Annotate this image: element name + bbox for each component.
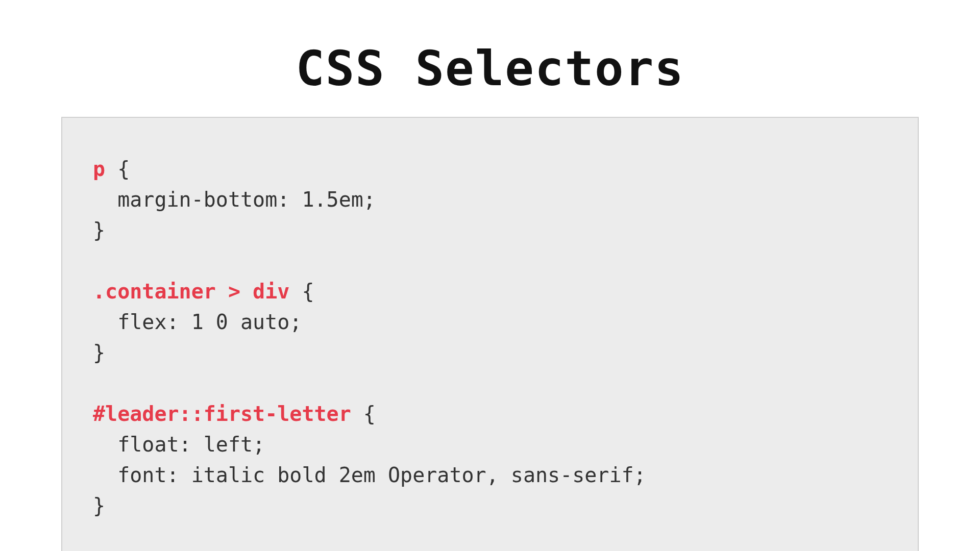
decl-2-0: flex: 1 0 auto; (117, 310, 302, 334)
slide: CSS Selectors p { margin-bottom: 1.5em; … (0, 0, 980, 551)
decl-3-1: font: italic bold 2em Operator, sans-ser… (117, 463, 646, 487)
brace-open-3: { (351, 402, 376, 425)
selector-2: .container > div (93, 280, 289, 303)
decl-1-0: margin-bottom: 1.5em; (117, 188, 376, 211)
slide-title: CSS Selectors (296, 41, 684, 96)
code-block: p { margin-bottom: 1.5em; } .container >… (61, 117, 919, 551)
brace-close-1: } (93, 218, 105, 242)
brace-open-2: { (289, 280, 314, 303)
brace-close-2: } (93, 341, 105, 364)
decl-3-0: float: left; (117, 433, 265, 456)
selector-1: p (93, 157, 105, 181)
brace-close-3: } (93, 494, 105, 517)
selector-3: #leader::first-letter (93, 402, 351, 425)
brace-open-1: { (105, 157, 130, 181)
